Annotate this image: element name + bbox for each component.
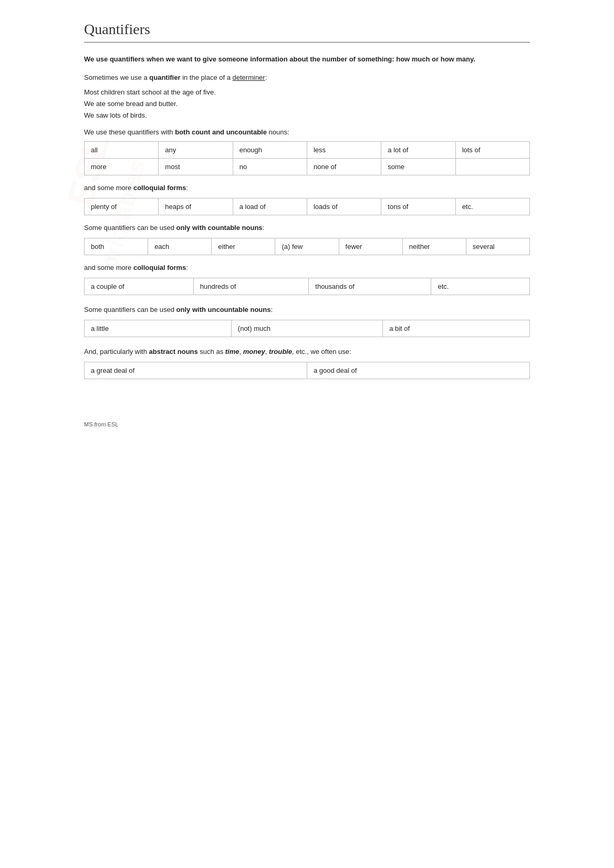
table-cell: a couple of xyxy=(85,278,194,295)
table-cell: fewer xyxy=(339,238,402,255)
page: ESL printables .com Quantifiers We use q… xyxy=(0,0,614,868)
table-row: a great deal of a good deal of xyxy=(85,362,530,379)
table-cell: etc. xyxy=(431,278,530,295)
table-cell: (not) much xyxy=(231,320,382,337)
count-uncountable-text: We use these quantifiers with both count… xyxy=(84,127,530,138)
table-cell: neither xyxy=(402,238,466,255)
example-1: Most children start school at the age of… xyxy=(84,87,530,98)
abstract-nouns-label: And, particularly with abstract nouns su… xyxy=(84,348,530,355)
table-cell: all xyxy=(85,141,159,158)
table-cell: a lot of xyxy=(381,141,455,158)
table-cell: any xyxy=(159,141,233,158)
table-cell: thousands of xyxy=(309,278,431,295)
countable-table: both each either (a) few fewer neither s… xyxy=(84,238,530,255)
table-cell: some xyxy=(381,158,455,175)
countable-label: Some quantifiers can be used only with c… xyxy=(84,224,530,232)
example-3: We saw lots of birds. xyxy=(84,110,530,121)
page-title: Quantifiers xyxy=(84,21,530,38)
quantifier-word: quantifier xyxy=(149,74,180,81)
abstract-table: a great deal of a good deal of xyxy=(84,362,530,379)
table-row: both each either (a) few fewer neither s… xyxy=(85,238,530,255)
table-cell: plenty of xyxy=(85,198,159,215)
table-cell: a good deal of xyxy=(307,362,530,379)
colloquial-label-2: and some more colloquial forms: xyxy=(84,264,530,271)
determiner-text-start: Sometimes we use a xyxy=(84,74,149,81)
table-cell: both xyxy=(85,238,148,255)
colloquial-table-2: a couple of hundreds of thousands of etc… xyxy=(84,278,530,295)
table-row: plenty of heaps of a load of loads of to… xyxy=(85,198,530,215)
table-cell: more xyxy=(85,158,159,175)
table-cell: either xyxy=(212,238,275,255)
table-cell: a great deal of xyxy=(85,362,307,379)
table-cell: lots of xyxy=(455,141,529,158)
table-cell: heaps of xyxy=(159,198,233,215)
table-cell: less xyxy=(307,141,381,158)
uncountable-table: a little (not) much a bit of xyxy=(84,320,530,337)
uncountable-label: Some quantifiers can be used only with u… xyxy=(84,306,530,313)
table-cell: a load of xyxy=(233,198,307,215)
table-cell: (a) few xyxy=(275,238,339,255)
table-row: more most no none of some xyxy=(85,158,530,175)
in-place-text: in the place of a xyxy=(181,74,233,81)
table-cell: most xyxy=(159,158,233,175)
table-cell: loads of xyxy=(307,198,381,215)
intro-bold-text: We use quantifiers when we want to give … xyxy=(84,54,530,65)
table-cell: a bit of xyxy=(383,320,530,337)
table-cell xyxy=(455,158,529,175)
table-cell: no xyxy=(233,158,307,175)
table-cell: enough xyxy=(233,141,307,158)
example-2: We ate some bread and butter. xyxy=(84,98,530,110)
table-cell: hundreds of xyxy=(193,278,309,295)
table-cell: a little xyxy=(85,320,232,337)
table-row: a couple of hundreds of thousands of etc… xyxy=(85,278,530,295)
table-cell: tons of xyxy=(381,198,455,215)
quantifiers-table-1: all any enough less a lot of lots of mor… xyxy=(84,141,530,175)
table-cell: none of xyxy=(307,158,381,175)
table-row: a little (not) much a bit of xyxy=(85,320,530,337)
determiner-sentence: Sometimes we use a quantifier in the pla… xyxy=(84,72,530,83)
table-cell: several xyxy=(466,238,529,255)
table-cell: etc. xyxy=(455,198,529,215)
colloquial-table-1: plenty of heaps of a load of loads of to… xyxy=(84,198,530,215)
colloquial-label-1: and some more colloquial forms: xyxy=(84,184,530,192)
footer-text: MS from ESL xyxy=(84,421,530,427)
table-cell: each xyxy=(148,238,212,255)
title-divider xyxy=(84,42,530,43)
table-row: all any enough less a lot of lots of xyxy=(85,141,530,158)
determiner-word: determiner xyxy=(233,74,265,81)
examples-block: Most children start school at the age of… xyxy=(84,87,530,121)
